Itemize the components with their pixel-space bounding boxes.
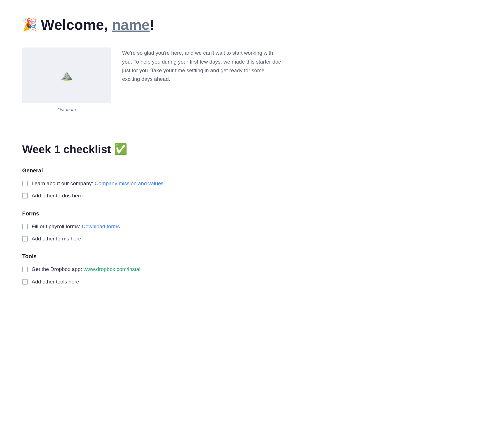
page-title: Welcome, name! <box>41 13 154 36</box>
title-suffix: ! <box>150 17 154 33</box>
image-placeholder-icon: ⛰️ <box>61 67 73 83</box>
subsection-title-forms: Forms <box>22 209 283 218</box>
subsection-title-general: General <box>22 166 283 175</box>
team-image-container: ⛰️ Our team <box>22 47 111 114</box>
checklist-item-other-forms: Add other forms here <box>22 235 283 243</box>
checklist-section: Week 1 checklist ✅ General Learn about o… <box>22 140 283 286</box>
checklist-item-text-other-forms: Add other forms here <box>32 235 81 243</box>
checkbox-other-todos[interactable] <box>22 193 28 199</box>
checklist-item-dropbox: Get the Dropbox app: www.dropbox.com/ins… <box>22 265 283 273</box>
intro-section: ⛰️ Our team We're so glad you're here, a… <box>22 47 283 114</box>
company-mission-link[interactable]: Company mission and values <box>95 180 163 186</box>
welcome-emoji: 🎉 <box>22 15 37 34</box>
title-prefix: Welcome, <box>41 17 112 33</box>
checkbox-other-forms[interactable] <box>22 236 28 242</box>
checklist-group-tools: Tools Get the Dropbox app: www.dropbox.c… <box>22 252 283 286</box>
team-caption: Our team <box>57 106 76 114</box>
checklist-item-text-payroll: Fill out payroll forms: Download forms <box>32 222 120 231</box>
checklist-group-general: General Learn about our company: Company… <box>22 166 283 200</box>
user-name: name <box>112 17 150 33</box>
team-image-placeholder: ⛰️ <box>22 47 111 103</box>
download-forms-link[interactable]: Download forms <box>82 223 120 229</box>
checkbox-learn-company[interactable] <box>22 181 28 186</box>
checklist-item-payroll-forms: Fill out payroll forms: Download forms <box>22 222 283 231</box>
checkbox-payroll-forms[interactable] <box>22 224 28 229</box>
checklist-title: Week 1 checklist ✅ <box>22 140 283 158</box>
checkbox-dropbox[interactable] <box>22 267 28 272</box>
checklist-emoji: ✅ <box>114 141 127 158</box>
checkbox-other-tools[interactable] <box>22 279 28 285</box>
subsection-title-tools: Tools <box>22 252 283 261</box>
checklist-item-other-tools: Add other tools here <box>22 278 283 286</box>
checklist-item-other-todos: Add other to-dos here <box>22 192 283 200</box>
checklist-item-text-other-tools: Add other tools here <box>32 278 79 286</box>
intro-body-text: We're so glad you're here, and we can't … <box>122 47 283 83</box>
checklist-item-text-dropbox: Get the Dropbox app: www.dropbox.com/ins… <box>32 265 142 273</box>
welcome-header: 🎉 Welcome, name! <box>22 13 283 36</box>
checklist-title-text: Week 1 checklist <box>22 140 111 158</box>
checklist-item-text-other-todos: Add other to-dos here <box>32 192 83 200</box>
checklist-item-text-learn-company: Learn about our company: Company mission… <box>32 179 163 188</box>
dropbox-install-link[interactable]: www.dropbox.com/install <box>84 266 142 272</box>
checklist-group-forms: Forms Fill out payroll forms: Download f… <box>22 209 283 243</box>
section-divider <box>22 127 283 127</box>
checklist-item-learn-company: Learn about our company: Company mission… <box>22 179 283 188</box>
